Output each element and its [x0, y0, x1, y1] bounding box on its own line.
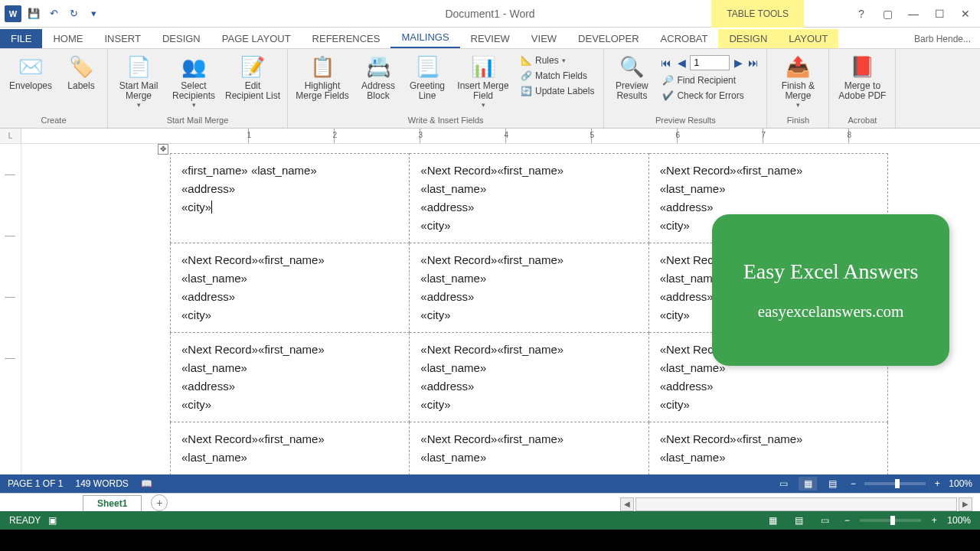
update-labels-button[interactable]: 🔄Update Labels	[518, 84, 597, 98]
read-mode-icon[interactable]: ▭	[774, 477, 792, 491]
merge-field-line: «Next Record»«first_name»	[660, 161, 877, 180]
sheet-tab[interactable]: Sheet1	[83, 495, 142, 511]
envelopes-button[interactable]: ✉️Envelopes	[6, 52, 55, 93]
scroll-right-icon[interactable]: ▶	[959, 497, 972, 511]
group-finish: 📤Finish & Merge Finish	[767, 49, 829, 128]
restore-icon[interactable]: ☐	[929, 6, 949, 21]
minimize-icon[interactable]: —	[903, 6, 923, 21]
rules-icon: 📐	[521, 55, 532, 66]
tab-table-design[interactable]: DESIGN	[718, 29, 778, 48]
close-icon[interactable]: ✕	[956, 6, 975, 21]
group-write-insert: 📋Highlight Merge Fields 📇Address Block 📃…	[288, 49, 604, 128]
tab-developer[interactable]: DEVELOPER	[567, 29, 649, 48]
save-icon[interactable]: 💾	[26, 6, 41, 21]
merge-field-line: «Next Record»«first_name»	[420, 251, 637, 269]
tab-page-layout[interactable]: PAGE LAYOUT	[211, 29, 302, 48]
tab-acrobat[interactable]: ACROBAT	[650, 29, 719, 48]
label-cell[interactable]: «Next Record»«first_name» «last_name»	[171, 422, 410, 475]
address-block-button[interactable]: 📇Address Block	[357, 52, 400, 103]
user-name[interactable]: Barb Hende...	[905, 30, 980, 48]
tab-view[interactable]: VIEW	[521, 29, 567, 48]
overlay-promo-card: Easy Excel Answers easyexcelanswers.com	[712, 214, 949, 366]
merge-field-line: «Next Record»«first_name»	[420, 341, 637, 359]
match-fields-button[interactable]: 🔗Match Fields	[518, 69, 597, 83]
horizontal-ruler[interactable]: L	[0, 129, 980, 144]
tab-review[interactable]: REVIEW	[460, 29, 521, 48]
ready-indicator: READY	[9, 515, 41, 526]
word-status-bar: PAGE 1 OF 1 149 WORDS 📖 ▭ ▦ ▤ − + 100%	[0, 474, 980, 493]
excel-zoom-out-icon[interactable]: −	[841, 515, 852, 526]
last-record-icon[interactable]: ⏭	[746, 57, 760, 69]
table-row: «Next Record»«first_name» «last_name» «N…	[171, 422, 888, 475]
undo-icon[interactable]: ↶	[46, 6, 61, 21]
scroll-left-icon[interactable]: ◀	[620, 497, 634, 511]
check-errors-button[interactable]: ✔️Check for Errors	[659, 89, 760, 103]
page-break-view-icon[interactable]: ▭	[815, 514, 834, 527]
merge-field-line: «Next Record»«first_name»	[181, 341, 398, 359]
start-mail-merge-button[interactable]: 📄Start Mail Merge	[114, 52, 163, 110]
horizontal-scrollbar[interactable]	[635, 497, 957, 511]
zoom-level[interactable]: 100%	[949, 478, 972, 489]
greeting-line-button[interactable]: 📃Greeting Line	[406, 52, 449, 103]
label-cell[interactable]: «Next Record»«first_name» «last_name» «a…	[410, 333, 648, 422]
insert-merge-field-button[interactable]: 📊Insert Merge Field	[455, 52, 511, 110]
ribbon-display-icon[interactable]: ▢	[877, 6, 897, 21]
label-cell[interactable]: «Next Record»«first_name» «last_name»	[648, 422, 887, 475]
record-number-input[interactable]	[690, 55, 730, 70]
table-move-handle-icon[interactable]: ✥	[158, 144, 168, 155]
merge-field-line: «Next Record»«first_name»	[420, 161, 637, 180]
merge-field-line: «city»	[181, 306, 398, 324]
first-record-icon[interactable]: ⏮	[659, 57, 673, 69]
tab-design[interactable]: DESIGN	[152, 29, 211, 48]
excel-zoom-slider[interactable]	[860, 519, 921, 522]
macro-record-icon[interactable]: ▣	[48, 515, 57, 526]
label-cell[interactable]: «Next Record»«first_name» «last_name» «a…	[410, 243, 648, 333]
label-cell[interactable]: «Next Record»«first_name» «last_name» «a…	[171, 243, 410, 333]
next-record-icon[interactable]: ▶	[731, 57, 745, 69]
print-layout-icon[interactable]: ▦	[799, 477, 817, 491]
preview-results-button[interactable]: 🔍Preview Results	[610, 52, 653, 103]
new-sheet-icon[interactable]: +	[151, 494, 168, 511]
edit-recipient-list-button[interactable]: 📝Edit Recipient List	[224, 52, 281, 103]
find-recipient-button[interactable]: 🔎Find Recipient	[659, 73, 760, 87]
page-indicator[interactable]: PAGE 1 OF 1	[8, 478, 63, 489]
tab-insert[interactable]: INSERT	[93, 29, 151, 48]
label-cell[interactable]: «Next Record»«first_name» «last_name» «a…	[171, 333, 410, 422]
merge-field-line: «Next Record»«first_name»	[181, 430, 398, 448]
tab-mailings[interactable]: MAILINGS	[390, 28, 459, 48]
label-cell[interactable]: «first_name» «last_name» «address» «city…	[171, 154, 410, 243]
quick-access-toolbar: W 💾 ↶ ↻ ▾	[0, 5, 106, 22]
tab-table-layout[interactable]: LAYOUT	[778, 29, 838, 48]
word-count[interactable]: 149 WORDS	[75, 478, 128, 489]
label-cell[interactable]: «Next Record»«first_name» «last_name»	[410, 422, 648, 475]
highlight-merge-fields-button[interactable]: 📋Highlight Merge Fields	[294, 52, 351, 103]
vertical-ruler[interactable]	[0, 144, 21, 482]
excel-zoom-in-icon[interactable]: +	[929, 515, 939, 526]
page-layout-view-icon[interactable]: ▤	[789, 514, 808, 527]
qat-customize-icon[interactable]: ▾	[86, 6, 101, 21]
zoom-slider[interactable]	[864, 482, 926, 485]
redo-icon[interactable]: ↻	[66, 6, 81, 21]
labels-button[interactable]: 🏷️Labels	[61, 52, 101, 93]
zoom-out-icon[interactable]: −	[848, 478, 858, 489]
normal-view-icon[interactable]: ▦	[763, 514, 782, 527]
tab-home[interactable]: HOME	[42, 29, 93, 48]
ribbon-tabs: FILE HOME INSERT DESIGN PAGE LAYOUT REFE…	[0, 28, 980, 49]
tab-file[interactable]: FILE	[0, 29, 42, 48]
word-app-icon: W	[5, 5, 21, 22]
prev-record-icon[interactable]: ◀	[675, 57, 688, 69]
zoom-in-icon[interactable]: +	[932, 478, 942, 489]
find-icon: 🔎	[662, 75, 674, 86]
rules-button[interactable]: 📐Rules	[518, 54, 597, 67]
excel-zoom-level[interactable]: 100%	[947, 515, 971, 526]
finish-merge-button[interactable]: 📤Finish & Merge	[773, 52, 822, 110]
proofing-icon[interactable]: 📖	[141, 478, 152, 489]
tab-references[interactable]: REFERENCES	[302, 29, 391, 48]
web-layout-icon[interactable]: ▤	[823, 477, 841, 491]
ruler-corner: L	[0, 129, 21, 143]
merge-to-pdf-button[interactable]: 📕Merge to Adobe PDF	[835, 52, 889, 103]
help-icon[interactable]: ?	[851, 6, 871, 21]
label-cell[interactable]: «Next Record»«first_name» «last_name» «a…	[410, 154, 648, 243]
select-recipients-button[interactable]: 👥Select Recipients	[169, 52, 218, 110]
merge-field-line: «Next Record»«first_name»	[181, 251, 398, 269]
